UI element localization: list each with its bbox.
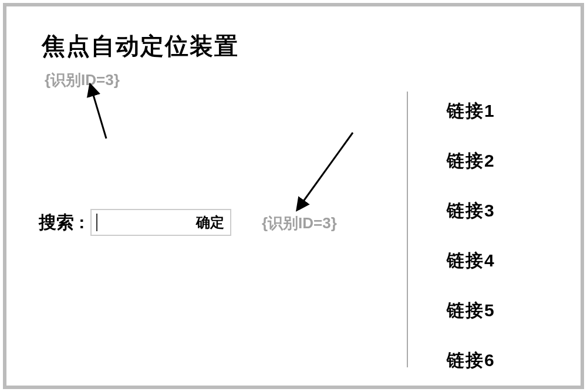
link-item-5[interactable]: 链接5: [447, 299, 495, 323]
svg-line-0: [92, 89, 106, 138]
link-item-1[interactable]: 链接1: [447, 99, 495, 123]
confirm-button[interactable]: 确定: [196, 213, 224, 232]
search-row: 搜索 : 确定: [39, 209, 231, 236]
annotation-right-id: {识别ID=3}: [262, 213, 337, 234]
diagram-frame: 焦点自动定位装置 {识别ID=3} 搜索 : 确定 {识别ID=3} 链接1 链…: [3, 3, 584, 389]
link-item-6[interactable]: 链接6: [447, 349, 495, 373]
arrow-right-icon: [294, 130, 365, 212]
link-item-4[interactable]: 链接4: [447, 249, 495, 273]
arrow-top-icon: [83, 86, 112, 141]
links-list: 链接1 链接2 链接3 链接4 链接5 链接6: [447, 99, 495, 373]
sidebar-divider: [407, 92, 408, 367]
search-input[interactable]: 确定: [90, 209, 231, 236]
link-item-3[interactable]: 链接3: [447, 199, 495, 223]
search-label: 搜索 :: [39, 211, 85, 235]
text-cursor-icon: [96, 214, 97, 231]
page-title: 焦点自动定位装置: [42, 30, 239, 62]
link-item-2[interactable]: 链接2: [447, 149, 495, 173]
svg-line-1: [300, 133, 353, 206]
